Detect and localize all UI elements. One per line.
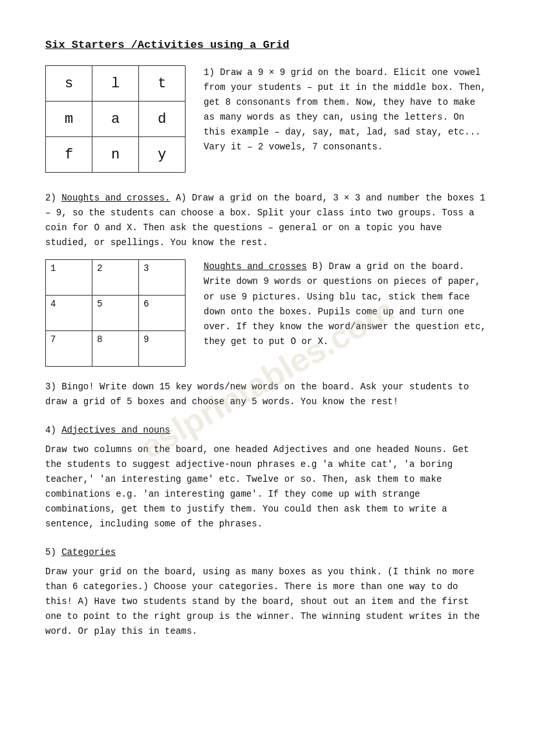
- activity3-content: Bingo! Write down 15 key words/new words…: [45, 382, 469, 407]
- activity5-content: Draw your grid on the board, using as ma…: [45, 567, 480, 636]
- activity1-number: 1): [204, 67, 215, 78]
- grid1-cell: n: [92, 137, 139, 173]
- activity4-text: Draw two columns on the board, one heade…: [45, 442, 489, 532]
- activity4-content: Draw two columns on the board, one heade…: [45, 444, 469, 529]
- activity1-content: Draw a 9 × 9 grid on the board. Elicit o…: [204, 67, 486, 152]
- grid1-cell: t: [139, 66, 186, 102]
- activity5-number: 5): [45, 547, 56, 557]
- grid1-cell: a: [92, 102, 139, 137]
- activity4-section: 4) Adjectives and nouns Draw two columns…: [45, 423, 489, 532]
- grid1-table: sltmadfny: [45, 65, 186, 173]
- activity2-heading-b: Noughts and crosses: [204, 261, 307, 272]
- activity5-text: Draw your grid on the board, using as ma…: [45, 565, 489, 639]
- activity2-section: 2) Noughts and crosses. A) Draw a grid o…: [45, 191, 489, 367]
- grid1-cell: d: [139, 102, 186, 137]
- activity3-text: 3) Bingo! Write down 15 key words/new wo…: [45, 380, 489, 409]
- grid2-cell: 9: [139, 331, 186, 367]
- grid2-cell: 5: [92, 296, 139, 331]
- activity1-text: 1) Draw a 9 × 9 grid on the board. Elici…: [204, 65, 489, 155]
- grid1-cell: m: [46, 102, 92, 137]
- grid2-cell: 6: [139, 296, 186, 331]
- activity2-layout: 123456789 Noughts and crosses B) Draw a …: [45, 259, 489, 367]
- grid1-cell: s: [46, 66, 92, 102]
- activity3-section: 3) Bingo! Write down 15 key words/new wo…: [45, 380, 489, 409]
- grid2-cell: 1: [46, 260, 92, 296]
- grid2: 123456789: [45, 259, 186, 367]
- grid1-cell: l: [92, 66, 139, 102]
- activity2-number: 2): [45, 193, 56, 203]
- activity5-header: 5) Categories: [45, 545, 489, 559]
- grid2-cell: 7: [46, 331, 92, 367]
- activity2-partb-text: Noughts and crosses B) Draw a grid on th…: [204, 259, 489, 349]
- grid2-cell: 8: [92, 331, 139, 367]
- grid1: sltmadfny: [45, 65, 186, 173]
- activity4-number: 4): [45, 425, 56, 435]
- activity2-intro: 2) Noughts and crosses. A) Draw a grid o…: [45, 191, 489, 250]
- activity4-heading: Adjectives and nouns: [61, 425, 170, 435]
- activity5-heading: Categories: [61, 547, 116, 557]
- activity4-header: 4) Adjectives and nouns: [45, 423, 489, 437]
- activity2-heading: Noughts and crosses.: [61, 193, 170, 203]
- grid2-cell: 4: [46, 296, 92, 331]
- grid1-cell: f: [46, 137, 92, 173]
- grid2-cell: 3: [139, 260, 186, 296]
- page-title: Six Starters /Activities using a Grid: [45, 39, 489, 51]
- grid2-cell: 2: [92, 260, 139, 296]
- activity1-section: sltmadfny 1) Draw a 9 × 9 grid on the bo…: [45, 65, 489, 173]
- activity5-section: 5) Categories Draw your grid on the boar…: [45, 545, 489, 640]
- activity2-partb-content: B) Draw a grid on the board. Write down …: [204, 261, 486, 346]
- grid1-cell: y: [139, 137, 186, 173]
- grid2-table: 123456789: [45, 259, 186, 367]
- activity3-number: 3): [45, 382, 56, 392]
